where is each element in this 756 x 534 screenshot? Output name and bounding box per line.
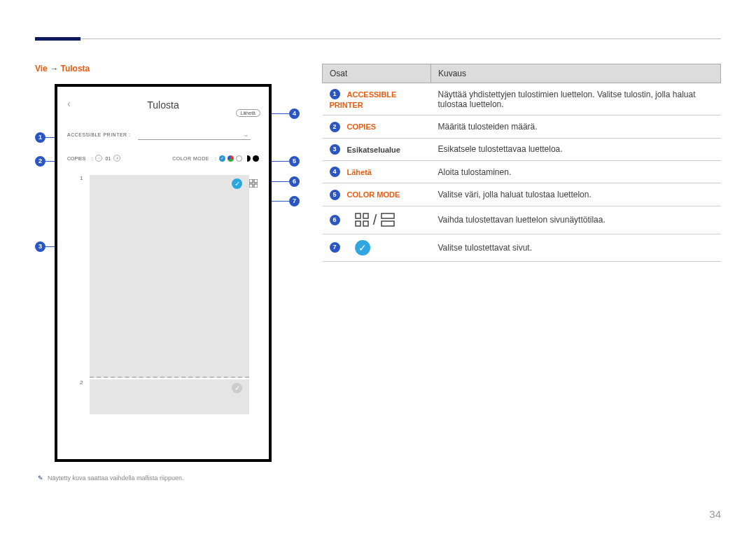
color-swatch-white[interactable] bbox=[236, 155, 242, 162]
svg-rect-6 bbox=[356, 221, 360, 226]
copies-increment[interactable]: ＋ bbox=[113, 155, 120, 162]
stack-icon bbox=[381, 213, 395, 227]
grid-icon bbox=[355, 213, 369, 227]
printer-label: ACCESSIBLE PRINTER : bbox=[67, 132, 131, 137]
callout-6-lead bbox=[270, 181, 289, 182]
check-circle-icon: ✓ bbox=[355, 240, 370, 255]
chevron-down-icon: ⌄ bbox=[244, 131, 249, 138]
row-desc: Vaihda tulostettavan luettelon sivunäytt… bbox=[431, 206, 721, 234]
copies-decrement[interactable]: － bbox=[95, 155, 102, 162]
svg-rect-1 bbox=[254, 179, 258, 183]
callout-6: 6 bbox=[289, 176, 300, 187]
svg-rect-0 bbox=[249, 179, 253, 183]
page-select-1[interactable]: ✓ bbox=[232, 178, 242, 189]
row-badge: 2 bbox=[330, 122, 340, 132]
preview-page-2[interactable] bbox=[90, 379, 249, 414]
back-icon[interactable]: ‹ bbox=[67, 98, 71, 109]
callout-5: 5 bbox=[289, 156, 300, 167]
colormode-label: COLOR MODE bbox=[172, 156, 209, 161]
pencil-icon: ✎ bbox=[38, 475, 43, 482]
table-row: 7 ✓ Valitse tulostettavat sivut. bbox=[323, 234, 721, 261]
page-number-1: 1 bbox=[80, 175, 83, 181]
row-desc: Näyttää yhdistettyjen tulostimien luette… bbox=[431, 83, 721, 115]
layout-toggle-icon[interactable] bbox=[249, 178, 258, 186]
callout-2: 2 bbox=[35, 156, 46, 167]
table-row: 2COPIES Määritä tulosteiden määrä. bbox=[323, 115, 721, 138]
row-desc: Aloita tulostaminen. bbox=[431, 160, 721, 183]
color-swatch-black[interactable] bbox=[253, 155, 259, 162]
check-icon: ✓ bbox=[219, 155, 225, 162]
svg-rect-5 bbox=[363, 213, 368, 218]
row-name: Lähetä bbox=[347, 168, 372, 176]
row-desc: Valitse tulostettavat sivut. bbox=[431, 234, 721, 261]
footnote-text: Näytetty kuva saattaa vaihdella mallista… bbox=[48, 475, 184, 482]
send-button[interactable]: Lähetä bbox=[236, 109, 260, 117]
layout-icons: / bbox=[355, 212, 396, 228]
table-row: 6 / Vaihda tulostettavan luettelon sivun… bbox=[323, 206, 721, 234]
row-badge: 6 bbox=[330, 215, 340, 225]
row-desc: Esikatsele tulostettavaa luetteloa. bbox=[431, 138, 721, 160]
callout-3: 3 bbox=[35, 241, 46, 252]
row-desc: Valitse väri, jolla haluat tulostaa luet… bbox=[431, 183, 721, 206]
header-rule bbox=[35, 38, 721, 39]
breadcrumb-part1: Vie bbox=[35, 64, 48, 73]
page-number: 34 bbox=[709, 508, 721, 520]
breadcrumb: Vie → Tulosta bbox=[35, 64, 301, 73]
svg-rect-7 bbox=[363, 221, 368, 226]
copies-label: COPIES bbox=[67, 156, 85, 161]
row-badge: 7 bbox=[330, 242, 340, 253]
color-swatch-bw[interactable] bbox=[244, 155, 251, 162]
preview-page-1[interactable] bbox=[90, 175, 249, 378]
printer-dropdown[interactable]: ⌄ bbox=[138, 129, 251, 140]
table-row: 5COLOR MODE Valitse väri, jolla haluat t… bbox=[323, 183, 721, 206]
preview-area: 1 ✓ 2 ✓ bbox=[67, 175, 259, 420]
parts-table: Osat Kuvaus 1ACCESSIBLE PRINTER Näyttää … bbox=[322, 64, 721, 262]
footnote: ✎Näytetty kuva saattaa vaihdella mallist… bbox=[38, 475, 301, 482]
callout-1: 1 bbox=[35, 132, 46, 143]
row-badge: 1 bbox=[330, 89, 340, 99]
row-desc: Määritä tulosteiden määrä. bbox=[431, 115, 721, 138]
breadcrumb-part2: Tulosta bbox=[60, 64, 90, 73]
page-number-2: 2 bbox=[80, 379, 83, 386]
svg-rect-4 bbox=[356, 213, 360, 218]
header-parts: Osat bbox=[323, 64, 431, 83]
svg-rect-2 bbox=[249, 184, 253, 188]
table-row: 1ACCESSIBLE PRINTER Näyttää yhdistettyje… bbox=[323, 83, 721, 115]
row-badge: 4 bbox=[330, 167, 340, 177]
row-badge: 3 bbox=[330, 144, 340, 155]
row-name: COLOR MODE bbox=[347, 190, 400, 199]
page-select-2[interactable]: ✓ bbox=[232, 383, 242, 393]
svg-rect-3 bbox=[254, 184, 258, 188]
slash-separator: / bbox=[373, 212, 377, 228]
table-row: 4Lähetä Aloita tulostaminen. bbox=[323, 160, 721, 183]
svg-rect-9 bbox=[382, 221, 394, 226]
svg-rect-8 bbox=[382, 213, 394, 218]
row-name: COPIES bbox=[347, 122, 377, 131]
table-row: 3Esikatselualue Esikatsele tulostettavaa… bbox=[323, 138, 721, 160]
device-frame: ‹ Tulosta Lähetä ACCESSIBLE PRINTER : ⌄ … bbox=[55, 84, 272, 462]
row-badge: 5 bbox=[330, 190, 340, 200]
breadcrumb-arrow: → bbox=[50, 64, 58, 73]
color-swatch-rgb[interactable] bbox=[227, 155, 234, 162]
header-desc: Kuvaus bbox=[431, 64, 721, 83]
callout-4: 4 bbox=[289, 108, 300, 119]
colormode-selector[interactable]: ✓ bbox=[219, 155, 259, 162]
copies-value: 01 bbox=[105, 156, 111, 161]
screen-title: Tulosta bbox=[147, 99, 178, 111]
row-name: Esikatselualue bbox=[347, 145, 400, 153]
callout-7: 7 bbox=[289, 196, 300, 206]
